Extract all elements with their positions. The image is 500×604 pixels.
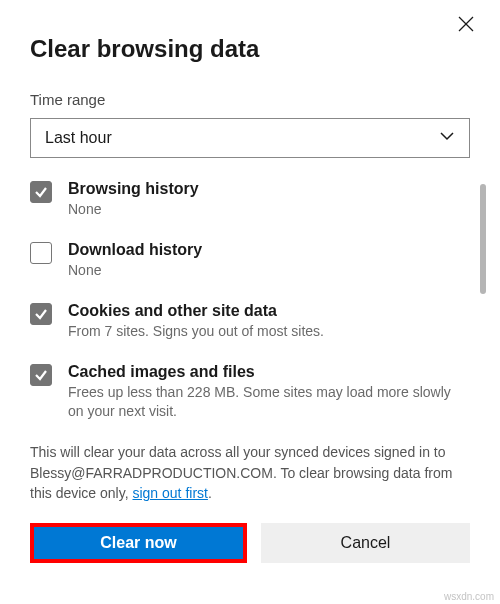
item-subtitle: Frees up less than 228 MB. Some sites ma… [68,383,460,421]
clear-browsing-data-dialog: Clear browsing data Time range Last hour… [0,0,500,604]
time-range-label: Time range [30,91,470,108]
clear-now-highlight: Clear now [30,523,247,563]
close-icon [458,16,474,32]
close-button[interactable] [456,14,476,34]
button-row: Clear now Cancel [30,523,470,563]
list-item-text: Cookies and other site data From 7 sites… [68,302,470,341]
list-item: Download history None [30,241,470,280]
list-item: Browsing history None [30,180,470,219]
item-title: Cookies and other site data [68,302,460,320]
item-subtitle: None [68,261,460,280]
item-title: Download history [68,241,460,259]
footer-suffix: . [208,485,212,501]
sync-warning-text: This will clear your data across all you… [30,442,470,503]
list-item-text: Download history None [68,241,470,280]
item-subtitle: From 7 sites. Signs you out of most site… [68,322,460,341]
list-item: Cookies and other site data From 7 sites… [30,302,470,341]
watermark: wsxdn.com [444,591,494,602]
footer-prefix: This will clear your data across all you… [30,444,452,501]
data-type-list: Browsing history None Download history N… [30,180,470,420]
list-item-text: Browsing history None [68,180,470,219]
item-title: Browsing history [68,180,460,198]
checkbox-cached-files[interactable] [30,364,52,386]
check-icon [34,185,48,199]
time-range-select[interactable]: Last hour [30,118,470,158]
dialog-title: Clear browsing data [30,35,470,63]
clear-now-button[interactable]: Clear now [34,527,243,559]
check-icon [34,307,48,321]
cancel-button[interactable]: Cancel [261,523,470,563]
list-item: Cached images and files Frees up less th… [30,363,470,421]
item-title: Cached images and files [68,363,460,381]
sign-out-link[interactable]: sign out first [132,485,207,501]
scrollbar-thumb[interactable] [480,184,486,294]
check-icon [34,368,48,382]
chevron-down-icon [439,128,455,148]
time-range-value: Last hour [45,129,112,147]
checkbox-download-history[interactable] [30,242,52,264]
checkbox-cookies[interactable] [30,303,52,325]
item-subtitle: None [68,200,460,219]
list-item-text: Cached images and files Frees up less th… [68,363,470,421]
checkbox-browsing-history[interactable] [30,181,52,203]
